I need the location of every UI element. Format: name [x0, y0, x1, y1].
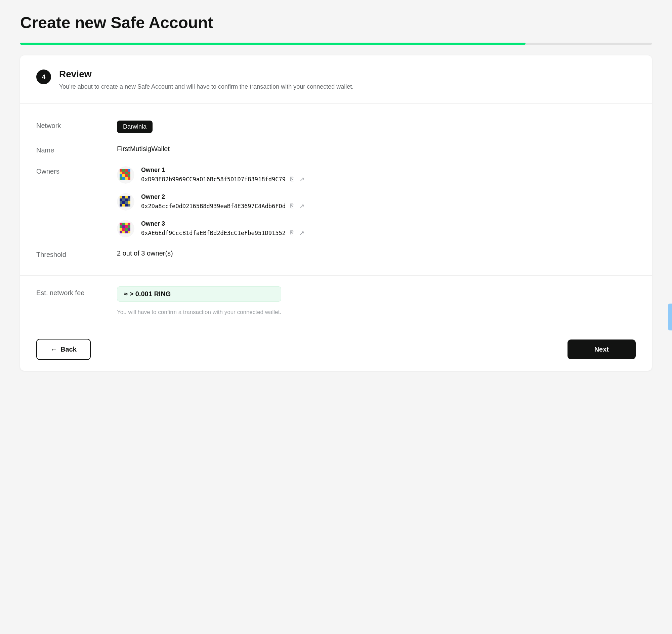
progress-bar-fill — [20, 43, 526, 45]
svg-rect-13 — [120, 177, 122, 180]
svg-rect-19 — [122, 196, 125, 198]
progress-bar — [20, 43, 652, 45]
owner-2-name: Owner 2 — [141, 193, 305, 200]
sidebar-scroll-indicator — [668, 303, 672, 331]
svg-rect-33 — [128, 204, 130, 206]
owner-1-address: 0xD93E82b9969CC9aO16Bc58f5D1D7f83918fd9C… — [141, 176, 285, 183]
svg-rect-44 — [122, 228, 125, 231]
svg-rect-3 — [125, 169, 128, 172]
svg-rect-23 — [122, 198, 125, 201]
svg-rect-39 — [120, 225, 122, 228]
svg-rect-15 — [125, 177, 128, 180]
svg-rect-14 — [122, 177, 125, 180]
owner-avatar-2 — [117, 193, 134, 211]
svg-rect-28 — [125, 201, 128, 204]
svg-rect-11 — [125, 174, 128, 177]
svg-rect-40 — [122, 225, 125, 228]
svg-rect-43 — [120, 228, 122, 231]
name-value: FirstMutisigWallet — [117, 145, 636, 153]
svg-rect-1 — [120, 169, 122, 172]
svg-rect-25 — [128, 198, 130, 201]
svg-rect-41 — [125, 225, 128, 228]
svg-rect-21 — [128, 196, 130, 198]
name-label: Name — [36, 145, 103, 154]
svg-rect-8 — [128, 172, 130, 174]
owner-info-1: Owner 1 0xD93E82b9969CC9aO16Bc58f5D1D7f8… — [141, 167, 305, 184]
external-owner-2-button[interactable]: ↗ — [299, 202, 305, 211]
svg-rect-30 — [120, 204, 122, 206]
svg-rect-37 — [125, 223, 128, 225]
svg-rect-38 — [128, 223, 130, 225]
svg-rect-48 — [122, 231, 125, 234]
network-label: Network — [36, 121, 103, 130]
owners-row: Owners — [36, 160, 636, 243]
svg-rect-36 — [122, 223, 125, 225]
review-header: 4 Review You're about to create a new Sa… — [36, 69, 636, 91]
threshold-value: 2 out of 3 owner(s) — [117, 249, 636, 257]
svg-rect-32 — [125, 204, 128, 206]
network-row: Network Darwinia — [36, 115, 636, 139]
svg-rect-12 — [128, 174, 130, 177]
review-text: Review You're about to create a new Safe… — [59, 69, 353, 91]
svg-rect-6 — [122, 172, 125, 174]
owner-item-3: Owner 3 0xAE6Edf9CccB1dfaEBfBd2dE3cC1eFb… — [117, 220, 636, 238]
owner-3-name: Owner 3 — [141, 220, 305, 227]
svg-rect-26 — [120, 201, 122, 204]
owner-2-address: 0x2Da8ccfeOdD2165B8d939eaBf4E3697C4Adb6F… — [141, 203, 285, 210]
name-row: Name FirstMutisigWallet — [36, 139, 636, 160]
owner-avatar-3 — [117, 220, 134, 238]
external-owner-1-button[interactable]: ↗ — [299, 175, 305, 184]
fee-label: Est. network fee — [36, 287, 103, 297]
svg-rect-24 — [125, 198, 128, 201]
svg-rect-47 — [120, 231, 122, 234]
svg-rect-2 — [122, 169, 125, 172]
fee-section: Est. network fee ≈ > 0.001 RING You will… — [36, 276, 636, 328]
copy-owner-1-button[interactable]: ⎘ — [289, 175, 295, 184]
threshold-row: Threshold 2 out of 3 owner(s) — [36, 243, 636, 265]
svg-rect-10 — [122, 174, 125, 177]
network-value: Darwinia — [117, 121, 636, 133]
back-label: Back — [61, 345, 77, 353]
fee-badge: ≈ > 0.001 RING — [117, 287, 281, 301]
svg-rect-20 — [125, 196, 128, 198]
svg-rect-50 — [128, 231, 130, 234]
owners-list: Owner 1 0xD93E82b9969CC9aO16Bc58f5D1D7f8… — [117, 166, 636, 238]
svg-rect-29 — [128, 201, 130, 204]
owner-avatar-1 — [117, 166, 134, 184]
svg-rect-22 — [120, 198, 122, 201]
details-section: Network Darwinia Name FirstMutisigWallet… — [36, 104, 636, 275]
copy-owner-3-button[interactable]: ⎘ — [289, 229, 295, 237]
fee-row: Est. network fee ≈ > 0.001 RING You will… — [36, 287, 636, 316]
main-card: 4 Review You're about to create a new Sa… — [20, 55, 652, 371]
owner-1-name: Owner 1 — [141, 167, 305, 174]
step-badge: 4 — [36, 70, 51, 84]
threshold-label: Threshold — [36, 249, 103, 259]
svg-rect-9 — [120, 174, 122, 177]
actions-bar: ← Back Next — [36, 328, 636, 371]
owners-label: Owners — [36, 166, 103, 175]
next-button[interactable]: Next — [567, 340, 636, 359]
network-badge: Darwinia — [117, 121, 153, 133]
back-button[interactable]: ← Back — [36, 339, 91, 360]
svg-rect-27 — [122, 201, 125, 204]
copy-owner-2-button[interactable]: ⎘ — [289, 202, 295, 210]
page-title: Create new Safe Account — [20, 14, 652, 32]
svg-rect-5 — [120, 172, 122, 174]
svg-rect-49 — [125, 231, 128, 234]
owner-3-address-row: 0xAE6Edf9CccB1dfaEBfBd2dE3cC1eFbe951D915… — [141, 229, 305, 238]
review-description: You're about to create a new Safe Accoun… — [59, 82, 353, 91]
svg-rect-46 — [128, 228, 130, 231]
fee-note: You will have to confirm a transaction w… — [117, 309, 281, 316]
owner-info-2: Owner 2 0x2Da8ccfeOdD2165B8d939eaBf4E369… — [141, 193, 305, 211]
svg-rect-16 — [128, 177, 130, 180]
owner-2-address-row: 0x2Da8ccfeOdD2165B8d939eaBf4E3697C4Adb6F… — [141, 202, 305, 211]
back-arrow-icon: ← — [50, 345, 57, 353]
external-owner-3-button[interactable]: ↗ — [299, 229, 305, 238]
owner-item-1: Owner 1 0xD93E82b9969CC9aO16Bc58f5D1D7f8… — [117, 166, 636, 184]
svg-rect-45 — [125, 228, 128, 231]
owner-1-address-row: 0xD93E82b9969CC9aO16Bc58f5D1D7f83918fd9C… — [141, 175, 305, 184]
svg-rect-42 — [128, 225, 130, 228]
review-heading: Review — [59, 69, 353, 79]
owner-item-2: Owner 2 0x2Da8ccfeOdD2165B8d939eaBf4E369… — [117, 193, 636, 211]
svg-rect-35 — [120, 223, 122, 225]
